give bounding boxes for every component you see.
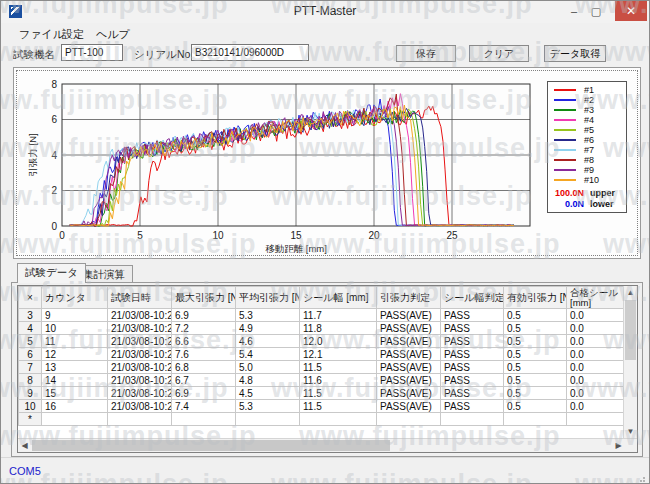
table-cell[interactable] — [567, 413, 628, 426]
table-cell[interactable]: 0.5 — [504, 387, 567, 400]
table-cell[interactable]: 4.9 — [236, 322, 300, 335]
tab-test-data[interactable]: 試験データ — [17, 263, 86, 283]
table-cell[interactable]: PASS — [441, 400, 504, 413]
table-cell[interactable] — [172, 413, 236, 426]
table-cell[interactable]: 21/03/08-10:28 — [108, 374, 172, 387]
serial-input[interactable] — [191, 44, 309, 61]
table-cell[interactable]: 5.0 — [236, 361, 300, 374]
table-cell[interactable]: 6.6 — [172, 335, 236, 348]
save-button[interactable]: 保存 — [396, 45, 456, 62]
row-header[interactable]: 4 — [19, 322, 42, 335]
acquire-button[interactable]: データ取得 — [544, 45, 606, 62]
table-cell[interactable]: 0.5 — [504, 322, 567, 335]
table-cell[interactable]: 0.5 — [504, 361, 567, 374]
table-cell[interactable]: 6.7 — [172, 374, 236, 387]
table-cell[interactable]: 21/03/08-10:24 — [108, 309, 172, 322]
horizontal-scroll-thumb[interactable] — [32, 440, 390, 451]
maximize-button[interactable]: ▢ — [587, 1, 605, 21]
row-header[interactable]: 10 — [19, 400, 42, 413]
scroll-left-icon[interactable]: ◀ — [18, 439, 31, 452]
table-cell[interactable]: PASS(AVE) — [377, 387, 441, 400]
row-header[interactable]: 3 — [19, 309, 42, 322]
table-cell[interactable]: 11 — [42, 335, 108, 348]
table-cell[interactable]: 12.0 — [300, 335, 377, 348]
table-cell[interactable]: 14 — [42, 374, 108, 387]
corner-header[interactable]: × — [19, 287, 42, 309]
table-cell[interactable]: PASS — [441, 348, 504, 361]
scroll-right-icon[interactable]: ▶ — [612, 439, 625, 452]
row-header[interactable]: * — [19, 413, 42, 426]
table-cell[interactable]: PASS — [441, 361, 504, 374]
column-header[interactable]: 最大引張力 [N] — [172, 287, 236, 309]
table-cell[interactable]: 4.5 — [236, 387, 300, 400]
table-cell[interactable]: 21/03/08-10:26 — [108, 335, 172, 348]
column-header[interactable]: シール幅判定 — [441, 287, 504, 309]
table-cell[interactable]: 11.6 — [300, 374, 377, 387]
table-cell[interactable]: 12 — [42, 348, 108, 361]
column-header[interactable]: シール幅 [mm] — [300, 287, 377, 309]
table-cell[interactable]: 6.9 — [172, 309, 236, 322]
table-cell[interactable]: 11.7 — [300, 309, 377, 322]
row-header[interactable]: 5 — [19, 335, 42, 348]
column-header[interactable]: カウンタ — [42, 287, 108, 309]
table-cell[interactable]: PASS — [441, 322, 504, 335]
row-header[interactable]: 9 — [19, 387, 42, 400]
table-cell[interactable]: 0.0 — [567, 374, 628, 387]
column-header[interactable]: 試験日時 — [108, 287, 172, 309]
table-cell[interactable]: 6.9 — [172, 387, 236, 400]
table-cell[interactable]: 7.2 — [172, 322, 236, 335]
table-cell[interactable]: PASS(AVE) — [377, 348, 441, 361]
vertical-scroll-thumb[interactable] — [625, 300, 636, 360]
table-cell[interactable]: PASS(AVE) — [377, 335, 441, 348]
table-cell[interactable]: 15 — [42, 387, 108, 400]
table-cell[interactable] — [300, 413, 377, 426]
table-cell[interactable]: 0.5 — [504, 400, 567, 413]
minimize-button[interactable]: – — [565, 1, 583, 21]
close-button[interactable]: ✕ — [615, 1, 647, 21]
table-cell[interactable]: 5.4 — [236, 348, 300, 361]
table-cell[interactable]: PASS(AVE) — [377, 322, 441, 335]
clear-button[interactable]: クリア — [469, 45, 529, 62]
menu-item-settings[interactable]: 設定 — [58, 25, 88, 44]
table-cell[interactable] — [504, 413, 567, 426]
table-cell[interactable]: 4.6 — [236, 335, 300, 348]
table-cell[interactable]: 21/03/08-10:27 — [108, 348, 172, 361]
table-cell[interactable]: 0.0 — [567, 335, 628, 348]
vertical-scrollbar[interactable]: ▲ ▼ — [623, 286, 637, 438]
row-header[interactable]: 6 — [19, 348, 42, 361]
table-cell[interactable]: PASS — [441, 335, 504, 348]
table-cell[interactable]: 0.0 — [567, 322, 628, 335]
column-header[interactable]: 平均引張力 [N] — [236, 287, 300, 309]
table-cell[interactable]: PASS — [441, 374, 504, 387]
scroll-up-icon[interactable]: ▲ — [624, 286, 637, 299]
row-header[interactable]: 8 — [19, 374, 42, 387]
table-cell[interactable] — [42, 413, 108, 426]
table-cell[interactable]: 0.5 — [504, 348, 567, 361]
table-cell[interactable]: PASS — [441, 309, 504, 322]
machine-name-input[interactable] — [61, 44, 123, 61]
table-cell[interactable]: 6.8 — [172, 361, 236, 374]
table-cell[interactable]: 10 — [42, 322, 108, 335]
table-cell[interactable]: 5.3 — [236, 309, 300, 322]
table-cell[interactable]: 7.6 — [172, 348, 236, 361]
table-cell[interactable]: 16 — [42, 400, 108, 413]
table-cell[interactable]: 0.0 — [567, 400, 628, 413]
table-cell[interactable]: 0.5 — [504, 374, 567, 387]
table-cell[interactable]: 11.8 — [300, 322, 377, 335]
table-cell[interactable]: 9 — [42, 309, 108, 322]
table-cell[interactable] — [377, 413, 441, 426]
table-cell[interactable]: PASS — [441, 387, 504, 400]
column-header[interactable]: 合格シール [mm] — [567, 287, 628, 309]
table-cell[interactable]: 21/03/08-10:25 — [108, 322, 172, 335]
table-cell[interactable]: 0.0 — [567, 309, 628, 322]
horizontal-scrollbar[interactable]: ◀ ▶ — [18, 438, 638, 452]
table-cell[interactable] — [236, 413, 300, 426]
table-cell[interactable]: 0.0 — [567, 387, 628, 400]
table-cell[interactable] — [441, 413, 504, 426]
table-cell[interactable]: 0.5 — [504, 309, 567, 322]
table-cell[interactable]: 21/03/08-10:27 — [108, 361, 172, 374]
column-header[interactable]: 引張力判定 — [377, 287, 441, 309]
resize-grip-icon[interactable] — [643, 477, 645, 479]
table-cell[interactable]: 12.1 — [300, 348, 377, 361]
table-cell[interactable]: 11.5 — [300, 387, 377, 400]
